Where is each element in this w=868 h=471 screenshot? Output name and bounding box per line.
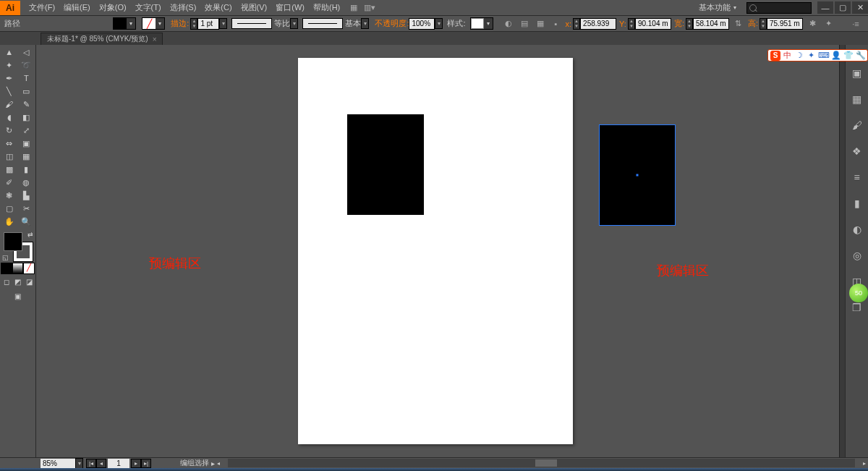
hand-tool[interactable]: ✋: [1, 215, 18, 228]
selection-tool[interactable]: ▲: [1, 46, 18, 59]
w-stepper[interactable]: ▲▼: [686, 18, 693, 30]
line-tool[interactable]: ╲: [1, 85, 18, 98]
w-field[interactable]: 58.104 m: [693, 18, 729, 30]
pen-tool[interactable]: ✒: [1, 72, 18, 85]
fill-stroke-control[interactable]: ⇄ ◱: [1, 231, 35, 261]
var-width-profile[interactable]: [231, 18, 272, 29]
blob-brush-tool[interactable]: ◖: [1, 111, 18, 124]
color-mode[interactable]: [1, 263, 12, 274]
swap-fill-stroke-icon[interactable]: ⇄: [27, 231, 33, 238]
search-input[interactable]: [746, 2, 812, 14]
fill-proxy[interactable]: [4, 232, 22, 251]
transform-panel-icon[interactable]: ▦: [534, 18, 547, 30]
workspace-switcher[interactable]: 基本功能 ▾: [693, 2, 742, 13]
person-icon[interactable]: 👤: [831, 51, 841, 60]
symbol-sprayer-tool[interactable]: ❃: [1, 189, 18, 202]
h-field[interactable]: 75.951 m: [767, 18, 803, 30]
magic-wand-tool[interactable]: ✦: [1, 59, 18, 72]
type-tool[interactable]: T: [18, 72, 35, 85]
menu-help[interactable]: 帮助(H): [309, 2, 344, 13]
chevron-down-icon[interactable]: ▾: [290, 18, 298, 29]
stroke-swatch[interactable]: ╱ ▾: [142, 17, 165, 30]
gradient-mode[interactable]: [12, 263, 24, 274]
mesh-tool[interactable]: ▩: [1, 163, 18, 176]
stroke-weight-field[interactable]: 1 pt: [197, 18, 219, 30]
draw-normal-icon[interactable]: ◻: [1, 276, 12, 287]
wrench-icon[interactable]: 🔧: [856, 51, 865, 60]
control-menu-icon[interactable]: ·≡: [849, 18, 862, 30]
panel-symbols-icon[interactable]: ❖: [849, 143, 865, 159]
last-artboard-button[interactable]: ▸|: [141, 459, 151, 468]
zoom-tool[interactable]: 🔍: [18, 215, 35, 228]
panel-brushes-icon[interactable]: 🖌: [849, 117, 865, 133]
assistant-bubble-icon[interactable]: 50: [849, 284, 868, 302]
menu-edit[interactable]: 编辑(E): [59, 2, 95, 13]
close-tab-icon[interactable]: ×: [153, 35, 157, 43]
perspective-grid-tool[interactable]: ▦: [18, 150, 35, 163]
panel-stroke-icon[interactable]: ≡: [849, 169, 865, 185]
none-mode[interactable]: ╱: [23, 263, 35, 274]
menu-window[interactable]: 窗口(W): [271, 2, 309, 13]
artwork-rectangle-2-selected[interactable]: [599, 124, 676, 226]
lasso-tool[interactable]: ➰: [18, 59, 35, 72]
moon-icon[interactable]: ☽: [794, 51, 804, 60]
stroke-weight-stepper[interactable]: ▲▼: [190, 18, 197, 30]
scroll-left-icon[interactable]: ◂: [215, 460, 222, 467]
blend-tool[interactable]: ◍: [18, 176, 35, 189]
panel-appearance-icon[interactable]: ◎: [849, 247, 865, 263]
chevron-down-icon[interactable]: ▾: [361, 18, 369, 29]
panel-color-icon[interactable]: ▣: [849, 65, 865, 81]
arrange-docs-icon[interactable]: ▥▾: [363, 2, 376, 14]
ime-lang-label[interactable]: 中: [783, 50, 791, 61]
chevron-down-icon[interactable]: ▾: [75, 458, 83, 469]
column-graph-tool[interactable]: ▙: [18, 189, 35, 202]
shape-options-icon[interactable]: ✱: [806, 18, 819, 30]
reference-point-icon[interactable]: ▪: [550, 18, 563, 30]
chevron-down-icon[interactable]: ▾: [435, 18, 443, 29]
keyboard-icon[interactable]: ⌨: [819, 51, 828, 60]
menu-file[interactable]: 文件(F): [25, 2, 59, 13]
paintbrush-tool[interactable]: 🖌: [1, 98, 18, 111]
artwork-rectangle-1[interactable]: [347, 114, 424, 215]
next-artboard-button[interactable]: ▸: [131, 459, 141, 468]
graphic-style-swatch[interactable]: ▾: [470, 17, 493, 30]
canvas[interactable]: 预编辑区 预编辑区: [36, 45, 839, 457]
minimize-button[interactable]: —: [817, 1, 833, 14]
screen-mode-icon[interactable]: ▣: [14, 292, 21, 300]
prev-artboard-button[interactable]: ◂: [96, 459, 106, 468]
first-artboard-button[interactable]: |◂: [86, 459, 96, 468]
more-options-icon[interactable]: ✦: [822, 18, 835, 30]
panel-transparency-icon[interactable]: ◐: [849, 221, 865, 237]
slice-tool[interactable]: ✂: [18, 202, 35, 215]
draw-behind-icon[interactable]: ◩: [12, 276, 24, 287]
x-field[interactable]: 258.939: [580, 18, 616, 30]
opacity-field[interactable]: 100%: [409, 18, 435, 30]
gradient-tool[interactable]: ▮: [18, 163, 35, 176]
menu-effect[interactable]: 效果(C): [200, 2, 236, 13]
zoom-field[interactable]: 85%: [41, 459, 75, 468]
eraser-tool[interactable]: ◧: [18, 111, 35, 124]
link-wh-icon[interactable]: ⇅: [732, 18, 745, 30]
y-stepper[interactable]: ▲▼: [628, 18, 635, 30]
menu-type[interactable]: 文字(T): [131, 2, 166, 13]
rectangle-tool[interactable]: ▭: [18, 85, 35, 98]
horizontal-scrollbar[interactable]: [228, 459, 855, 467]
fill-swatch[interactable]: ▾: [113, 17, 136, 30]
brush-definition[interactable]: [302, 18, 343, 29]
shape-builder-tool[interactable]: ◫: [1, 150, 18, 163]
free-transform-tool[interactable]: ▣: [18, 137, 35, 150]
pencil-tool[interactable]: ✎: [18, 98, 35, 111]
scale-tool[interactable]: ⤢: [18, 124, 35, 137]
menu-view[interactable]: 视图(V): [237, 2, 272, 13]
rotate-tool[interactable]: ↻: [1, 124, 18, 137]
bridge-icon[interactable]: ▦: [347, 2, 360, 14]
eyedropper-tool[interactable]: ✐: [1, 176, 18, 189]
panel-collapse-grip[interactable]: ◂: [839, 45, 845, 457]
maximize-button[interactable]: ▢: [835, 1, 851, 14]
artboard-tool[interactable]: ▢: [1, 202, 18, 215]
ime-toolbar[interactable]: S 中 ☽ ✦ ⌨ 👤 👕 🔧: [767, 49, 868, 61]
y-field[interactable]: 90.104 m: [635, 18, 671, 30]
artboard-index-field[interactable]: 1: [108, 459, 129, 468]
shirt-icon[interactable]: 👕: [843, 51, 853, 60]
default-fill-stroke-icon[interactable]: ◱: [2, 254, 9, 261]
